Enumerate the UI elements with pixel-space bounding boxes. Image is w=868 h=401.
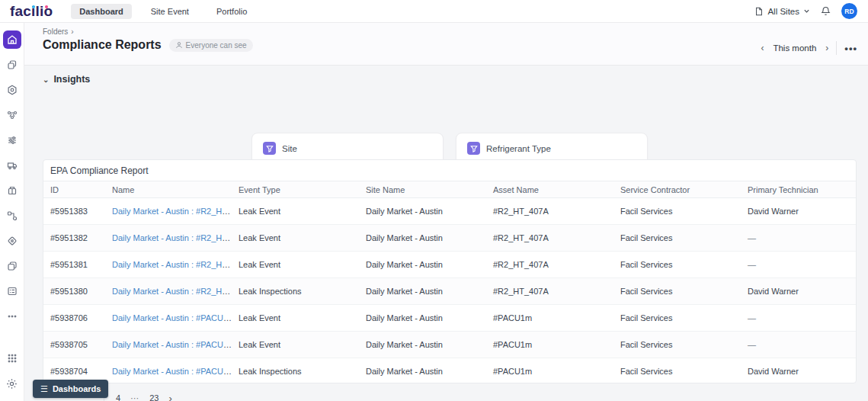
- period-label[interactable]: This month: [773, 43, 816, 53]
- hamburger-icon: ☰: [40, 384, 48, 394]
- record-name-link[interactable]: Daily Market - Austin : #R2_HT_40...: [112, 233, 232, 242]
- nav-item-site-event[interactable]: Site Event: [143, 4, 197, 19]
- gear-icon: [6, 378, 18, 390]
- filter-badge: [467, 142, 480, 155]
- record-name-link[interactable]: Daily Market - Austin : #PACU1m : ...: [112, 340, 232, 349]
- cell-technician: David Warner: [741, 367, 856, 376]
- cell-asset: #R2_HT_407A: [486, 207, 613, 216]
- cell-event_type: Leak Inspections: [232, 367, 359, 376]
- visibility-badge-label: Everyone can see: [186, 41, 247, 50]
- pagination-page-23[interactable]: 23: [149, 393, 159, 401]
- record-name-link[interactable]: Daily Market - Austin : #R2_HT_40...: [112, 287, 232, 296]
- insights-title: Insights: [53, 74, 90, 85]
- sidebar-item-more[interactable]: [3, 307, 21, 326]
- pagination-ellipsis: ⋯: [130, 393, 139, 401]
- table-row[interactable]: #5938706Daily Market - Austin : #PACU1m …: [43, 305, 856, 332]
- cell-technician: David Warner: [741, 207, 856, 216]
- filter-label: Site: [282, 144, 297, 153]
- cell-technician: David Warner: [741, 287, 856, 296]
- sidebar-item-fleet[interactable]: [3, 156, 21, 175]
- sliders-icon: [7, 135, 18, 146]
- settings-button[interactable]: [3, 374, 21, 393]
- cell-asset: #PACU1m: [486, 367, 613, 376]
- sidebar-item-automation[interactable]: [3, 207, 21, 225]
- cell-id: #5938704: [43, 367, 105, 376]
- dashboard-body: ⌄ Insights SiteSelectRefrigerant TypeSel…: [24, 66, 868, 401]
- column-header-service-contractor: Service Contractor: [613, 185, 741, 194]
- filter-label: Refrigerant Type: [486, 144, 551, 153]
- cell-id: #5938706: [43, 313, 105, 322]
- filter-label-row: Refrigerant Type: [467, 142, 636, 155]
- nav-item-dashboard[interactable]: Dashboard: [71, 4, 131, 19]
- sidebar-item-home[interactable]: [3, 30, 21, 49]
- cell-site: Daily Market - Austin: [359, 367, 486, 376]
- topbar: facilio DashboardSite EventPortfolio All…: [0, 0, 868, 23]
- sidebar-item-assets[interactable]: [3, 81, 21, 99]
- home-icon: [7, 34, 18, 45]
- page-header: Folders › Compliance Reports Everyone ca…: [24, 23, 868, 66]
- cell-name: Daily Market - Austin : #R2_HT_40...: [105, 207, 232, 216]
- record-name-link[interactable]: Daily Market - Austin : #PACU1m : ...: [112, 367, 232, 376]
- cell-site: Daily Market - Austin: [359, 313, 486, 322]
- pagination-page-4[interactable]: 4: [116, 393, 120, 401]
- funnel-filter-icon: [470, 145, 478, 152]
- cell-technician: —: [741, 233, 856, 242]
- sidebar-item-workflow[interactable]: [3, 106, 21, 124]
- dashboard-more-button[interactable]: •••: [844, 43, 857, 54]
- copy-pages-icon: [7, 59, 18, 70]
- cell-asset: #R2_HT_407A: [486, 233, 613, 242]
- sidebar-item-kiosk[interactable]: [3, 282, 21, 300]
- table-row[interactable]: #5951381Daily Market - Austin : #R2_HT_4…: [43, 252, 856, 278]
- package-box-icon: [7, 185, 18, 196]
- cell-event_type: Leak Event: [232, 260, 359, 269]
- cell-name: Daily Market - Austin : #PACU1m : ...: [105, 367, 232, 376]
- top-navigation: DashboardSite EventPortfolio: [71, 4, 255, 19]
- site-switcher-label: All Sites: [767, 7, 799, 16]
- nav-item-portfolio[interactable]: Portfolio: [208, 4, 255, 19]
- page-header-left: Folders › Compliance Reports Everyone ca…: [43, 27, 253, 65]
- table-header-row: IDNameEvent TypeSite NameAsset NameServi…: [43, 181, 856, 198]
- visibility-badge[interactable]: Everyone can see: [169, 39, 253, 52]
- breadcrumb-separator: ›: [71, 27, 73, 36]
- sidebar-item-safety[interactable]: [3, 232, 21, 250]
- cell-event_type: Leak Event: [232, 207, 359, 216]
- cell-site: Daily Market - Austin: [359, 287, 486, 296]
- period-next-button[interactable]: ›: [825, 43, 828, 53]
- logo-pink-dot-icon: [45, 5, 48, 8]
- column-header-event-type: Event Type: [232, 185, 359, 194]
- title-row: Compliance Reports Everyone can see: [43, 38, 253, 52]
- facilio-logo[interactable]: facilio: [10, 4, 53, 18]
- cell-technician: —: [741, 340, 856, 349]
- record-name-link[interactable]: Daily Market - Austin : #R2_HT_40...: [112, 260, 232, 269]
- sidebar-item-spaces[interactable]: [3, 56, 21, 74]
- sidebar-item-controls[interactable]: [3, 131, 21, 149]
- table-row[interactable]: #5938705Daily Market - Austin : #PACU1m …: [43, 332, 856, 358]
- insights-collapse-chevron-icon: ⌄: [43, 75, 49, 84]
- app-launcher[interactable]: [3, 349, 21, 367]
- table-row[interactable]: #5951380Daily Market - Austin : #R2_HT_4…: [43, 278, 856, 305]
- cell-name: Daily Market - Austin : #R2_HT_40...: [105, 233, 232, 242]
- cell-asset: #PACU1m: [486, 313, 613, 322]
- column-header-primary-technician: Primary Technician: [741, 185, 856, 194]
- site-switcher[interactable]: All Sites: [754, 7, 810, 16]
- user-avatar[interactable]: RD: [841, 3, 857, 19]
- cell-event_type: Leak Event: [232, 340, 359, 349]
- table-row[interactable]: #5938704Daily Market - Austin : #PACU1m …: [43, 358, 856, 383]
- cell-contractor: Facil Services: [613, 340, 741, 349]
- waffle-grid-icon: [7, 353, 18, 364]
- sidebar-item-inventory[interactable]: [3, 181, 21, 200]
- dashboards-button[interactable]: ☰ Dashboards: [33, 380, 108, 398]
- sidebar-item-reports[interactable]: [3, 257, 21, 275]
- cell-name: Daily Market - Austin : #PACU1m : ...: [105, 340, 232, 349]
- record-name-link[interactable]: Daily Market - Austin : #PACU1m : ...: [112, 313, 232, 322]
- pagination-next-button[interactable]: ›: [168, 393, 171, 401]
- table-row[interactable]: #5951383Daily Market - Austin : #R2_HT_4…: [43, 198, 856, 225]
- record-name-link[interactable]: Daily Market - Austin : #R2_HT_40...: [112, 207, 232, 216]
- insights-section-toggle[interactable]: ⌄ Insights: [24, 66, 116, 85]
- table-row[interactable]: #5951382Daily Market - Austin : #R2_HT_4…: [43, 225, 856, 252]
- breadcrumb-folders-link[interactable]: Folders: [43, 27, 68, 36]
- notifications-bell-icon[interactable]: [821, 6, 831, 16]
- period-prev-button[interactable]: ‹: [761, 43, 764, 53]
- logo-blue-dot-icon: [32, 5, 35, 8]
- diamond-icon: [7, 236, 18, 246]
